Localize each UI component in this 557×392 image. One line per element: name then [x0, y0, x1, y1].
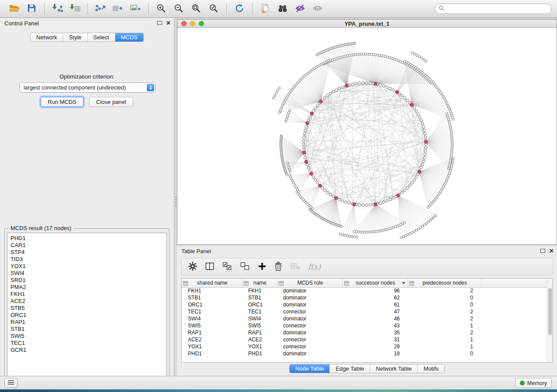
- export-table-button[interactable]: [109, 2, 127, 16]
- network-node[interactable]: [302, 139, 305, 142]
- network-node[interactable]: [408, 184, 411, 187]
- tab-select[interactable]: Select: [88, 33, 115, 41]
- network-node[interactable]: [411, 52, 413, 54]
- network-node[interactable]: [356, 236, 358, 238]
- network-node[interactable]: [323, 96, 326, 99]
- tab-style[interactable]: Style: [63, 33, 88, 41]
- network-node[interactable]: [286, 116, 288, 118]
- network-node[interactable]: [405, 234, 407, 237]
- network-node[interactable]: [274, 94, 276, 96]
- network-node[interactable]: [422, 160, 425, 162]
- network-node[interactable]: [326, 191, 329, 194]
- network-node[interactable]: [302, 146, 305, 149]
- tab-motifs[interactable]: Motifs: [418, 364, 444, 373]
- network-node-dominator[interactable]: [310, 112, 313, 115]
- zoom-out-button[interactable]: [170, 2, 187, 16]
- mcds-result-item[interactable]: CAR1: [10, 242, 166, 249]
- network-node-dominator[interactable]: [305, 160, 308, 163]
- network-node[interactable]: [332, 90, 335, 93]
- network-node[interactable]: [431, 218, 433, 220]
- first-neighbors-button[interactable]: [274, 2, 291, 16]
- network-node[interactable]: [400, 237, 402, 239]
- zoom-selected-button[interactable]: [205, 2, 222, 16]
- network-node[interactable]: [416, 54, 418, 56]
- network-node[interactable]: [351, 83, 354, 86]
- mcds-result-list[interactable]: PHD1CAR1STP4TID3YOX1SWI4SRD1PMA2FKH1ACE2…: [7, 233, 167, 387]
- network-node[interactable]: [341, 200, 344, 203]
- network-node-dominator[interactable]: [319, 100, 322, 103]
- mcds-result-item[interactable]: ACE2: [10, 298, 166, 305]
- deselect-all-button[interactable]: [240, 261, 250, 272]
- network-node[interactable]: [278, 87, 280, 89]
- mcds-result-item[interactable]: STP4: [10, 249, 166, 256]
- network-node[interactable]: [348, 202, 350, 204]
- network-node-dominator[interactable]: [306, 122, 309, 125]
- network-node[interactable]: [314, 107, 317, 110]
- column-header-name[interactable]: name: [242, 279, 277, 287]
- network-node[interactable]: [409, 233, 411, 235]
- network-node[interactable]: [414, 53, 416, 55]
- network-node[interactable]: [379, 202, 382, 204]
- network-node[interactable]: [425, 146, 427, 149]
- refresh-button[interactable]: [231, 2, 248, 16]
- network-node[interactable]: [314, 179, 317, 181]
- network-node[interactable]: [407, 234, 409, 236]
- table-row[interactable]: ACE2ACE2connector311: [182, 336, 552, 343]
- tab-node-table[interactable]: Node Table: [290, 364, 330, 373]
- network-node[interactable]: [303, 136, 305, 138]
- network-node[interactable]: [421, 122, 424, 125]
- network-node-dominator[interactable]: [397, 194, 400, 197]
- table-row[interactable]: ORC1ORC1dominator610: [182, 301, 552, 308]
- network-node[interactable]: [421, 163, 424, 166]
- network-node[interactable]: [422, 225, 424, 227]
- network-node[interactable]: [420, 119, 422, 122]
- network-window-titlebar[interactable]: YPA_prune.txt_1: [177, 20, 557, 28]
- import-table-button[interactable]: [66, 2, 83, 16]
- network-node[interactable]: [419, 116, 421, 118]
- network-node[interactable]: [424, 153, 426, 156]
- network-node[interactable]: [302, 143, 305, 145]
- network-node[interactable]: [411, 182, 413, 184]
- float-panel-icon[interactable]: [540, 249, 545, 253]
- network-node[interactable]: [316, 104, 319, 107]
- network-node[interactable]: [389, 87, 391, 90]
- network-node[interactable]: [415, 176, 418, 179]
- network-node[interactable]: [287, 164, 289, 166]
- memory-button[interactable]: Memory: [515, 378, 552, 388]
- network-node[interactable]: [351, 235, 353, 237]
- mcds-result-item[interactable]: PHD1: [10, 235, 166, 242]
- column-header-MCDS-role[interactable]: MCDS role: [277, 279, 343, 287]
- network-node[interactable]: [311, 207, 313, 210]
- network-node[interactable]: [413, 107, 415, 110]
- network-node-dominator[interactable]: [418, 170, 421, 173]
- network-node[interactable]: [304, 157, 307, 159]
- network-node[interactable]: [329, 193, 332, 196]
- network-node[interactable]: [365, 204, 368, 206]
- network-node[interactable]: [392, 89, 394, 91]
- network-node[interactable]: [346, 235, 349, 237]
- mcds-result-item[interactable]: GCR1: [10, 347, 166, 354]
- network-node[interactable]: [446, 113, 448, 115]
- mcds-result-item[interactable]: TEC1: [10, 340, 166, 347]
- search-input[interactable]: [446, 6, 548, 12]
- network-node[interactable]: [386, 200, 388, 203]
- network-node-dominator[interactable]: [424, 141, 427, 144]
- network-node[interactable]: [382, 85, 385, 87]
- network-node-dominator[interactable]: [353, 203, 356, 206]
- network-node[interactable]: [285, 118, 287, 120]
- panel-menu-button[interactable]: [4, 378, 17, 388]
- chevron-down-icon[interactable]: [402, 282, 405, 284]
- network-node[interactable]: [382, 201, 385, 203]
- network-node[interactable]: [323, 189, 326, 192]
- show-all-button[interactable]: [309, 2, 326, 16]
- export-network-button[interactable]: [92, 2, 109, 16]
- network-node[interactable]: [404, 96, 406, 99]
- network-node[interactable]: [358, 204, 361, 206]
- close-panel-icon[interactable]: ×: [550, 248, 554, 253]
- network-node[interactable]: [287, 166, 290, 168]
- network-node-dominator[interactable]: [374, 83, 377, 86]
- network-node[interactable]: [326, 94, 329, 97]
- mcds-result-item[interactable]: RAP1: [10, 319, 166, 326]
- network-node-dominator[interactable]: [310, 172, 313, 175]
- network-node[interactable]: [434, 214, 436, 217]
